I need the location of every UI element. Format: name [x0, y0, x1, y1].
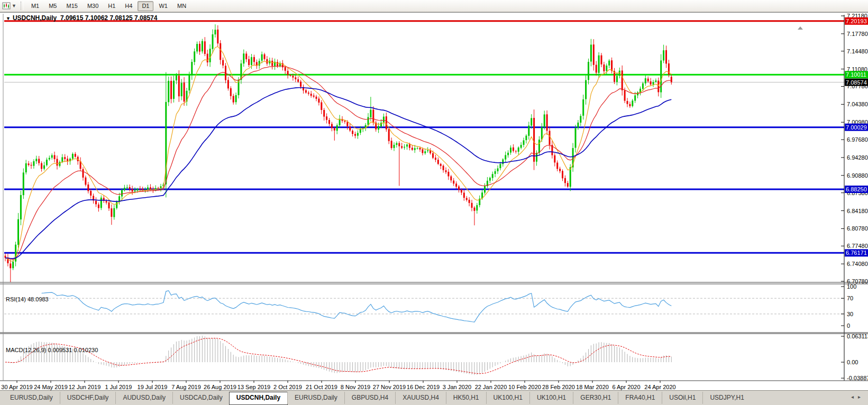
- date-axis-label: 2 Oct 2019: [273, 384, 302, 390]
- price-tick-label: 7.04380: [847, 101, 868, 107]
- ma-line-55: [5, 88, 671, 259]
- rsi-value: 48.0983: [28, 296, 49, 302]
- svg-text:7.20193: 7.20193: [846, 18, 867, 24]
- rsi-label: RSI(14) 48.0983: [6, 296, 49, 302]
- price-tick-label: 6.97680: [847, 136, 868, 143]
- chart-tab-1-usdchf-daily[interactable]: USDCHF,Daily: [60, 392, 116, 404]
- chart-tab-2-audusd-daily[interactable]: AUDUSD,Daily: [115, 392, 172, 404]
- chart-tab-3-usdcad-daily[interactable]: USDCAD,Daily: [172, 392, 230, 404]
- date-axis-label: 24 May 2019: [34, 384, 68, 390]
- timeframe-button-m15[interactable]: M15: [62, 1, 81, 11]
- chart-tabbar: EURUSD,DailyUSDCHF,DailyAUDUSD,DailyUSDC…: [0, 390, 868, 405]
- macd-values: 0.009531 0.010230: [48, 347, 98, 353]
- ma-line-8: [5, 47, 671, 261]
- svg-text:7.08574: 7.08574: [846, 79, 867, 86]
- timeframe-button-h1[interactable]: H1: [104, 1, 120, 11]
- timeframe-button-mn[interactable]: MN: [173, 1, 190, 11]
- macd-axis-label: 0.00: [847, 359, 858, 365]
- timeframe-button-d1[interactable]: D1: [138, 1, 153, 11]
- date-axis-label: 16 Dec 2019: [407, 384, 440, 390]
- chart-tab-0-eurusd-daily[interactable]: EURUSD,Daily: [3, 392, 60, 404]
- svg-text:7.10011: 7.10011: [846, 71, 866, 78]
- macd-label: MACD(12,26,9) 0.009531 0.010230: [6, 347, 98, 353]
- date-axis-label: 28 Feb 2020: [542, 384, 575, 390]
- rsi-line: [42, 291, 672, 322]
- chart-tab-12-fra40-h1[interactable]: FRA40,H1: [618, 392, 662, 404]
- rsi-axis-label: 100: [847, 283, 856, 290]
- timeframe-buttons: M1M5M15M30H1H4D1W1MN: [26, 1, 191, 11]
- price-tick-label: 7.14480: [847, 48, 868, 54]
- chart-tab-5-eurusd-daily[interactable]: EURUSD,Daily: [287, 392, 344, 404]
- macd-axis-label: 0.063113: [847, 333, 868, 339]
- chart-dropdown-caret[interactable]: ▼: [12, 3, 16, 8]
- price-tick-label: 6.77480: [847, 243, 868, 249]
- chart-tab-11-ger30-h1[interactable]: GER30,H1: [573, 392, 618, 404]
- rsi-axis-label: 30: [847, 311, 853, 317]
- moving-average-lines: [5, 47, 671, 261]
- svg-text:6.76171: 6.76171: [846, 250, 867, 256]
- tab-scroll-arrows: ◂ ▸: [851, 392, 865, 400]
- price-tick-label: 6.80780: [847, 225, 868, 232]
- ma-line-21: [5, 66, 671, 260]
- date-axis-label: 22 Jan 2020: [475, 384, 507, 390]
- date-axis-label: 3 Jan 2020: [443, 384, 471, 390]
- toolbar-grip: [21, 2, 24, 10]
- chart-title: ▼USDCNH,Daily 7.09615 7.10062 7.08125 7.…: [6, 14, 157, 22]
- date-axis-label: 18 Mar 2020: [576, 384, 609, 390]
- macd-histogram: [5, 336, 671, 375]
- date-axis-label: 26 Aug 2019: [204, 384, 236, 390]
- chart-menu-caret[interactable]: ▼: [6, 16, 11, 21]
- chart-shift-marker[interactable]: [798, 26, 803, 30]
- chart-tab-6-gbpusd-h4[interactable]: GBPUSD,H4: [344, 392, 395, 404]
- chart-type-icon[interactable]: [2, 2, 11, 10]
- price-tick-label: 7.17780: [847, 31, 868, 37]
- price-tick-label: 6.94280: [847, 154, 868, 161]
- date-axis-label: 27 Nov 2019: [373, 384, 406, 390]
- date-axis-label: 8 Nov 2019: [341, 384, 370, 390]
- chart-tab-10-uk100-h1[interactable]: UK100,H1: [529, 392, 573, 404]
- timeframe-button-w1[interactable]: W1: [154, 1, 172, 11]
- price-tick-label: 6.90880: [847, 172, 868, 179]
- macd-axis-label: -0.038872: [847, 375, 868, 381]
- macd-signal-line: [5, 338, 671, 374]
- date-axis-label: 24 Apr 2020: [644, 384, 675, 390]
- tab-scroll-right-icon[interactable]: ▸: [858, 394, 861, 400]
- chart-symbol-label: USDCNH,Daily: [13, 14, 57, 22]
- chart-tab-9-uk100-h1[interactable]: UK100,H1: [486, 392, 529, 404]
- timeframe-button-m5[interactable]: M5: [44, 1, 61, 11]
- tabs-container: EURUSD,DailyUSDCHF,DailyAUDUSD,DailyUSDC…: [3, 392, 751, 405]
- tab-scroll-left-icon[interactable]: ◂: [851, 394, 854, 400]
- rsi-axis-label: 0: [847, 323, 850, 329]
- date-axis-label: 7 Aug 2019: [171, 384, 201, 390]
- timeframe-button-h4[interactable]: H4: [121, 1, 136, 11]
- chart-canvas[interactable]: 7.211807.177807.144807.110807.077807.043…: [0, 12, 868, 390]
- chart-tab-7-xauusd-h4[interactable]: XAUUSD,H4: [395, 392, 446, 404]
- date-axis-label: 12 Jun 2019: [69, 384, 101, 390]
- chart-window: 7.211807.177807.144807.110807.077807.043…: [0, 12, 868, 390]
- toolbar: ▼ M1M5M15M30H1H4D1W1MN: [0, 0, 868, 12]
- date-axis-label: 1 Jul 2019: [105, 384, 132, 390]
- timeframe-button-m1[interactable]: M1: [27, 1, 43, 11]
- date-axis-label: 21 Oct 2019: [306, 384, 337, 390]
- chart-tab-8-hk50-h1[interactable]: HK50,H1: [446, 392, 486, 404]
- date-axis-label: 6 Apr 2020: [612, 384, 640, 390]
- price-tick-label: 6.74080: [847, 261, 868, 267]
- svg-text:7.00029: 7.00029: [846, 124, 867, 131]
- chart-quote-line: 7.09615 7.10062 7.08125 7.08574: [60, 14, 158, 22]
- candlestick-series: [5, 24, 672, 282]
- date-axis-label: 10 Feb 2020: [508, 384, 541, 390]
- date-axis-label: 13 Sep 2019: [237, 384, 270, 390]
- chart-tab-14-usdjpy-h1[interactable]: USDJPY,H1: [702, 392, 751, 404]
- date-axis-label: 19 Jul 2019: [138, 384, 168, 390]
- chart-tab-13-usoil-h1[interactable]: USOil,H1: [662, 392, 702, 404]
- price-tick-label: 6.84180: [847, 208, 868, 214]
- svg-text:6.88250: 6.88250: [846, 186, 867, 192]
- rsi-axis-label: 70: [847, 295, 853, 301]
- chart-tab-4-usdcnh-daily[interactable]: USDCNH,Daily: [229, 392, 288, 405]
- date-axis-label: 30 Apr 2019: [1, 384, 32, 390]
- timeframe-button-m30[interactable]: M30: [83, 1, 103, 11]
